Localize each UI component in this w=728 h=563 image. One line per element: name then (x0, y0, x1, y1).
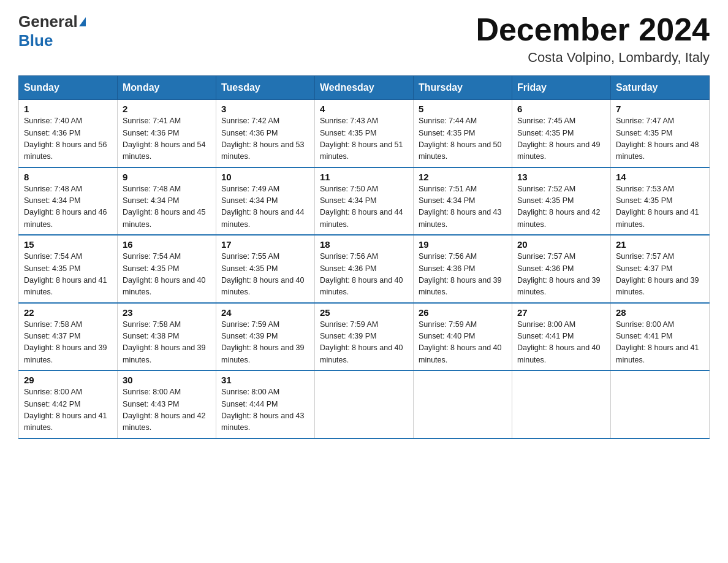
day-info: Sunrise: 8:00 AM Sunset: 4:41 PM Dayligh… (616, 319, 704, 367)
cell-3-6: 20 Sunrise: 7:57 AM Sunset: 4:36 PM Dayl… (512, 235, 611, 303)
week-row-5: 29 Sunrise: 8:00 AM Sunset: 4:42 PM Dayl… (19, 370, 710, 439)
week-row-4: 22 Sunrise: 7:58 AM Sunset: 4:37 PM Dayl… (19, 303, 710, 371)
sunset-time: 4:34 PM (52, 196, 81, 205)
sunset-time: 4:36 PM (52, 129, 81, 137)
cell-1-7: 7 Sunrise: 7:47 AM Sunset: 4:35 PM Dayli… (611, 100, 710, 167)
sunrise-time: 7:50 AM (350, 185, 378, 193)
cell-1-1: 1 Sunrise: 7:40 AM Sunset: 4:36 PM Dayli… (19, 100, 118, 167)
daylight-label: Daylight: (419, 276, 450, 285)
day-number: 1 (24, 104, 112, 114)
day-number: 31 (221, 375, 309, 385)
day-number: 2 (123, 104, 211, 114)
week-row-2: 8 Sunrise: 7:48 AM Sunset: 4:34 PM Dayli… (19, 167, 710, 236)
day-info: Sunrise: 7:53 AM Sunset: 4:35 PM Dayligh… (616, 183, 704, 231)
sunrise-time: 7:44 AM (449, 117, 477, 125)
day-number: 11 (320, 172, 408, 182)
sunrise-label: Sunrise: (123, 117, 153, 125)
sunrise-label: Sunrise: (419, 252, 449, 261)
daylight-label: Daylight: (419, 140, 450, 149)
sunset-label: Sunset: (24, 264, 52, 273)
sunrise-label: Sunrise: (221, 320, 251, 329)
page-header: General Blue December 2024 Costa Volpino… (18, 12, 710, 66)
sunset-label: Sunset: (419, 264, 447, 273)
sunset-label: Sunset: (221, 264, 249, 273)
daylight-label: Daylight: (221, 343, 253, 352)
sunset-label: Sunset: (221, 400, 249, 408)
sunset-time: 4:39 PM (249, 332, 278, 340)
sunset-time: 4:36 PM (348, 264, 377, 273)
daylight-label: Daylight: (517, 208, 549, 216)
sunset-label: Sunset: (24, 400, 52, 408)
header-tuesday: Tuesday (216, 76, 315, 100)
cell-3-7: 21 Sunrise: 7:57 AM Sunset: 4:37 PM Dayl… (611, 235, 710, 303)
sunset-label: Sunset: (24, 129, 52, 137)
sunrise-time: 7:58 AM (54, 320, 82, 329)
sunrise-label: Sunrise: (419, 185, 449, 193)
sunset-time: 4:37 PM (52, 332, 81, 340)
calendar-body: 1 Sunrise: 7:40 AM Sunset: 4:36 PM Dayli… (19, 100, 710, 439)
sunset-time: 4:44 PM (249, 400, 278, 408)
day-info: Sunrise: 7:49 AM Sunset: 4:34 PM Dayligh… (221, 183, 309, 231)
week-row-3: 15 Sunrise: 7:54 AM Sunset: 4:35 PM Dayl… (19, 235, 710, 303)
daylight-label: Daylight: (616, 276, 648, 285)
cell-2-6: 13 Sunrise: 7:52 AM Sunset: 4:35 PM Dayl… (512, 167, 611, 236)
sunset-label: Sunset: (517, 196, 545, 205)
day-number: 5 (419, 104, 507, 114)
day-number: 16 (123, 239, 211, 250)
header-row: SundayMondayTuesdayWednesdayThursdayFrid… (19, 76, 710, 100)
day-info: Sunrise: 8:00 AM Sunset: 4:41 PM Dayligh… (517, 319, 605, 367)
daylight-label: Daylight: (419, 208, 450, 216)
sunrise-label: Sunrise: (320, 117, 350, 125)
day-info: Sunrise: 7:59 AM Sunset: 4:39 PM Dayligh… (320, 319, 408, 367)
sunrise-time: 7:54 AM (153, 252, 181, 261)
sunrise-time: 7:48 AM (153, 185, 181, 193)
daylight-label: Daylight: (123, 276, 154, 285)
cell-1-3: 3 Sunrise: 7:42 AM Sunset: 4:36 PM Dayli… (216, 100, 315, 167)
cell-5-7 (611, 370, 710, 439)
sunrise-label: Sunrise: (24, 388, 54, 396)
sunset-label: Sunset: (320, 196, 348, 205)
day-number: 29 (24, 375, 112, 385)
day-number: 18 (320, 239, 408, 250)
sunset-time: 4:39 PM (348, 332, 377, 340)
day-info: Sunrise: 7:55 AM Sunset: 4:35 PM Dayligh… (221, 251, 309, 299)
day-info: Sunrise: 7:48 AM Sunset: 4:34 PM Dayligh… (24, 183, 112, 231)
title-block: December 2024 Costa Volpino, Lombardy, I… (476, 12, 710, 66)
day-info: Sunrise: 7:54 AM Sunset: 4:35 PM Dayligh… (24, 251, 112, 299)
daylight-label: Daylight: (221, 276, 253, 285)
cell-4-1: 22 Sunrise: 7:58 AM Sunset: 4:37 PM Dayl… (19, 303, 118, 371)
sunrise-label: Sunrise: (24, 252, 54, 261)
day-number: 22 (24, 307, 112, 318)
sunset-label: Sunset: (419, 129, 447, 137)
cell-3-3: 17 Sunrise: 7:55 AM Sunset: 4:35 PM Dayl… (216, 235, 315, 303)
daylight-label: Daylight: (24, 412, 56, 420)
day-number: 24 (221, 307, 309, 318)
sunrise-label: Sunrise: (24, 117, 54, 125)
sunset-time: 4:34 PM (151, 196, 180, 205)
day-number: 7 (616, 104, 704, 114)
day-number: 8 (24, 172, 112, 182)
sunrise-label: Sunrise: (616, 320, 646, 329)
day-number: 20 (517, 239, 605, 250)
sunrise-label: Sunrise: (320, 185, 350, 193)
daylight-label: Daylight: (24, 140, 56, 149)
sunset-time: 4:35 PM (52, 264, 81, 273)
cell-3-2: 16 Sunrise: 7:54 AM Sunset: 4:35 PM Dayl… (118, 235, 216, 303)
sunrise-label: Sunrise: (517, 320, 547, 329)
day-info: Sunrise: 8:00 AM Sunset: 4:44 PM Dayligh… (221, 386, 309, 434)
daylight-label: Daylight: (616, 343, 648, 352)
day-info: Sunrise: 7:56 AM Sunset: 4:36 PM Dayligh… (320, 251, 408, 299)
daylight-label: Daylight: (517, 343, 549, 352)
day-info: Sunrise: 7:41 AM Sunset: 4:36 PM Dayligh… (123, 115, 211, 163)
sunset-label: Sunset: (517, 129, 545, 137)
sunset-label: Sunset: (320, 332, 348, 340)
day-number: 27 (517, 307, 605, 318)
day-number: 14 (616, 172, 704, 182)
daylight-label: Daylight: (24, 276, 56, 285)
sunset-label: Sunset: (517, 264, 545, 273)
day-number: 15 (24, 239, 112, 250)
sunset-time: 4:36 PM (447, 264, 476, 273)
sunset-time: 4:34 PM (249, 196, 278, 205)
day-info: Sunrise: 7:58 AM Sunset: 4:37 PM Dayligh… (24, 319, 112, 367)
sunrise-time: 8:00 AM (54, 388, 82, 396)
